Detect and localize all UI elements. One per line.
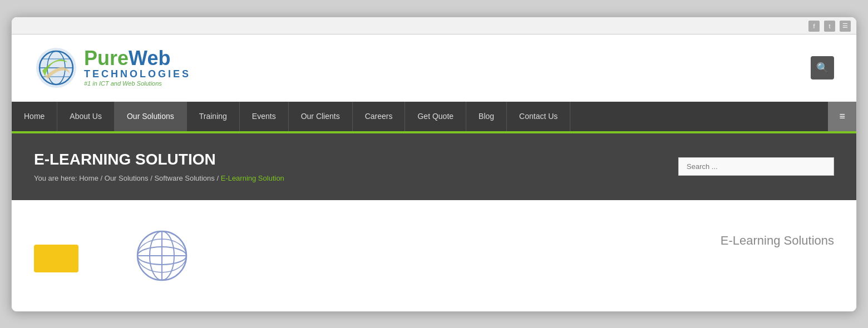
logo-tech: TECHNOLOGIES: [84, 68, 191, 80]
breadcrumb-prefix: You are here:: [34, 174, 77, 182]
menu-icon[interactable]: ☰: [840, 21, 851, 32]
breadcrumb-software-solutions[interactable]: Software Solutions: [154, 174, 214, 182]
twitter-icon[interactable]: t: [824, 21, 835, 32]
search-input[interactable]: [678, 157, 834, 176]
main-navigation: Home About Us Our Solutions Training Eve…: [12, 102, 856, 131]
logo-tagline: #1 in ICT and Web Solutions: [84, 80, 191, 87]
hamburger-menu[interactable]: ≡: [828, 102, 856, 131]
logo-web: Web: [129, 48, 170, 68]
globe-illustration: [134, 228, 190, 284]
nav-item-blog[interactable]: Blog: [466, 102, 507, 131]
breadcrumb-home[interactable]: Home: [79, 174, 98, 182]
nav-item-get-quote[interactable]: Get Quote: [405, 102, 466, 131]
site-header: Pure Web TECHNOLOGIES #1 in ICT and Web …: [12, 34, 856, 102]
hero-section: E-LEARNING SOLUTION You are here: Home /…: [12, 133, 856, 200]
nav-item-events[interactable]: Events: [240, 102, 289, 131]
hero-text: E-LEARNING SOLUTION You are here: Home /…: [34, 151, 284, 182]
nav-item-about-us[interactable]: About Us: [57, 102, 115, 131]
browser-window: f t ☰ Pure: [11, 17, 857, 312]
facebook-icon[interactable]: f: [808, 21, 820, 32]
header-search-button[interactable]: 🔍: [811, 56, 834, 79]
breadcrumb-our-solutions[interactable]: Our Solutions: [105, 174, 149, 182]
search-icon: 🔍: [816, 62, 828, 74]
logo-pure: Pure: [84, 48, 129, 68]
nav-item-contact-us[interactable]: Contact Us: [507, 102, 570, 131]
page-title: E-LEARNING SOLUTION: [34, 151, 284, 168]
search-box: [678, 157, 834, 176]
nav-item-careers[interactable]: Careers: [353, 102, 406, 131]
content-right: E-Learning Solutions: [721, 222, 834, 248]
logo-text: Pure Web TECHNOLOGIES #1 in ICT and Web …: [84, 48, 191, 87]
browser-top-bar: f t ☰: [17, 21, 851, 34]
nav-item-training[interactable]: Training: [187, 102, 240, 131]
browser-icons: f t ☰: [808, 21, 851, 32]
breadcrumb-current: E-Learning Solution: [221, 174, 284, 182]
nav-item-our-solutions[interactable]: Our Solutions: [115, 102, 187, 131]
nav-item-our-clients[interactable]: Our Clients: [289, 102, 353, 131]
content-area: E-Learning Solutions: [12, 200, 856, 311]
logo-area: Pure Web TECHNOLOGIES #1 in ICT and Web …: [34, 46, 191, 90]
browser-chrome: f t ☰: [12, 17, 856, 34]
logo-svg: [34, 46, 78, 90]
nav-items: Home About Us Our Solutions Training Eve…: [12, 102, 828, 131]
yellow-block: [34, 245, 78, 272]
breadcrumb: You are here: Home / Our Solutions / Sof…: [34, 174, 284, 182]
nav-item-home[interactable]: Home: [12, 102, 57, 131]
elearning-solutions-heading: E-Learning Solutions: [721, 233, 834, 248]
